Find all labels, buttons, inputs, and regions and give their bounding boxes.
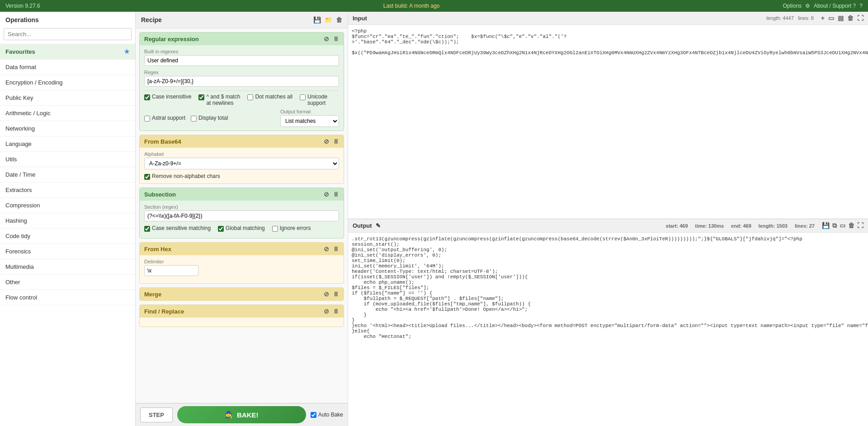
- sidebar-item-networking[interactable]: Networking: [0, 121, 135, 136]
- cb-astral[interactable]: Astral support: [144, 115, 185, 122]
- output-window-icon[interactable]: ▭: [840, 222, 845, 229]
- output-title: Output: [353, 222, 372, 229]
- regex-input[interactable]: [144, 76, 339, 87]
- auto-bake-group: Auto Bake: [311, 412, 343, 418]
- sidebar-item-flow-control[interactable]: Flow control: [0, 290, 135, 305]
- cb-display-total[interactable]: Display total: [191, 115, 228, 122]
- field-delimiter: Delimiter: [144, 259, 339, 276]
- output-edit-icon[interactable]: ✎: [376, 222, 381, 229]
- topbar: Version 9.27.6 Last build: A month ago O…: [0, 0, 868, 12]
- op-disable-subsection[interactable]: ⊘: [324, 191, 329, 198]
- folder-icon[interactable]: 📁: [325, 16, 332, 23]
- cb-unicode[interactable]: Unicodesupport: [300, 94, 327, 106]
- alphabet-select[interactable]: A-Za-z0-9+/=: [144, 158, 339, 169]
- op-title-fromhex: From Hex: [144, 246, 171, 253]
- cb-case-sensitive[interactable]: Case sensitive matching: [144, 225, 211, 232]
- auto-bake-label[interactable]: Auto Bake: [318, 412, 343, 418]
- op-disable-fromhex[interactable]: ⊘: [324, 245, 329, 253]
- op-title-findreplace: Find / Replace: [144, 308, 184, 315]
- bake-icon: 🧙: [225, 411, 233, 419]
- op-pause-merge[interactable]: ⏸: [333, 290, 339, 298]
- auto-bake-checkbox[interactable]: [311, 412, 316, 418]
- topbar-links: Options ⚙ About / Support ? ?: [783, 3, 863, 9]
- favourite-star-icon: ★: [124, 48, 130, 55]
- sidebar-item-utils[interactable]: Utils: [0, 152, 135, 167]
- cb-remove-non-alphabet[interactable]: Remove non-alphabet chars: [144, 173, 339, 180]
- delimiter-input[interactable]: [144, 265, 198, 276]
- op-body-base64: Alphabet A-Za-z0-9+/= Remove non-alphabe…: [140, 148, 344, 183]
- search-box: [0, 26, 135, 44]
- sidebar-item-favourites[interactable]: Favourites★: [0, 44, 135, 60]
- input-title: Input: [353, 15, 367, 22]
- sidebar-item-forensics[interactable]: Forensics: [0, 244, 135, 259]
- field-builtin: Built in regexes: [144, 49, 339, 66]
- op-pause-findreplace[interactable]: ⏸: [333, 308, 339, 315]
- cb-dot-matches[interactable]: Dot matches all: [247, 94, 292, 106]
- cb-global-matching[interactable]: Global matching: [218, 225, 265, 232]
- output-expand-icon[interactable]: ⛶: [857, 222, 863, 229]
- op-pause-fromhex[interactable]: ⏸: [333, 245, 339, 253]
- op-disable-icon[interactable]: ⊘: [324, 35, 329, 42]
- sidebar-title: Operations: [0, 12, 135, 26]
- output-copy-icon[interactable]: ⧉: [832, 222, 837, 229]
- op-body-fromhex: Delimiter: [140, 255, 344, 283]
- bake-button[interactable]: 🧙 BAKE!: [177, 406, 306, 423]
- op-header-fromhex: From Hex ⊘ ⏸: [140, 243, 344, 255]
- sidebar-item-data-format[interactable]: Data format: [0, 60, 135, 75]
- sidebar-item-hashing[interactable]: Hashing: [0, 213, 135, 229]
- sidebar-items: Favourites★Data formatEncryption / Encod…: [0, 44, 135, 426]
- output-clear-icon[interactable]: 🗑: [848, 222, 854, 229]
- main-layout: Operations Favourites★Data formatEncrypt…: [0, 12, 868, 426]
- input-window-icon[interactable]: ▭: [828, 14, 834, 22]
- bottom-bar: STEP 🧙 BAKE! Auto Bake: [136, 403, 348, 426]
- options-link[interactable]: Options: [783, 3, 802, 9]
- cb-caret-newlines[interactable]: ^ and $ matchat newlines: [198, 94, 240, 106]
- search-input[interactable]: [4, 28, 132, 40]
- op-pause-base64[interactable]: ⏸: [333, 138, 339, 145]
- op-disable-base64[interactable]: ⊘: [324, 138, 329, 145]
- input-clear-icon[interactable]: 🗑: [847, 14, 854, 22]
- input-section: Input length: 4447 lines: 8 + ▭ ▤ 🗑 ⛶: [348, 12, 868, 219]
- sidebar-item-extractors[interactable]: Extractors: [0, 183, 135, 198]
- input-add-icon[interactable]: +: [821, 14, 825, 22]
- section-input[interactable]: [144, 211, 339, 221]
- input-length: 4447: [783, 15, 793, 21]
- recipe-panel: Recipe 💾 📁 🗑 Regular expression ⊘ ⏸: [136, 12, 348, 426]
- sidebar-item-multimedia[interactable]: Multimedia: [0, 259, 135, 275]
- sidebar-item-code-tidy[interactable]: Code tidy: [0, 229, 135, 244]
- step-button[interactable]: STEP: [140, 407, 173, 422]
- op-pause-icon[interactable]: ⏸: [333, 35, 339, 42]
- output-header: Output ✎ start: 469 time: 130ms end: 469…: [348, 219, 868, 233]
- output-length: 1503: [776, 223, 787, 229]
- sidebar-item-other[interactable]: Other: [0, 275, 135, 290]
- cb-ignore-errors[interactable]: Ignore errors: [272, 225, 311, 232]
- output-end: 469: [743, 223, 751, 229]
- op-disable-findreplace[interactable]: ⊘: [324, 308, 329, 315]
- sidebar-item-compression[interactable]: Compression: [0, 198, 135, 213]
- input-lines: 8: [811, 15, 814, 21]
- sidebar-item-encryption-encoding[interactable]: Encryption / Encoding: [0, 75, 135, 90]
- op-block-base64: From Base64 ⊘ ⏸ Alphabet A-Za-z0-9+/=: [139, 135, 344, 184]
- sidebar-item-public-key[interactable]: Public Key: [0, 90, 135, 106]
- op-block-findreplace: Find / Replace ⊘ ⏸: [139, 304, 344, 327]
- cb-case-insensitive[interactable]: Case insensitive: [144, 94, 191, 106]
- output-save-icon[interactable]: 💾: [822, 222, 830, 229]
- sidebar-item-language[interactable]: Language: [0, 136, 135, 152]
- save-icon[interactable]: 💾: [313, 16, 321, 23]
- output-meta: start: 469 time: 130ms end: 469 length: …: [666, 223, 815, 229]
- subsection-checkboxes: Case sensitive matching Global matching …: [144, 225, 339, 232]
- trash-icon[interactable]: 🗑: [336, 16, 342, 23]
- output-format-select[interactable]: List matches Highlight matches Capture g…: [280, 115, 339, 127]
- builtin-input[interactable]: [144, 55, 339, 66]
- sidebar-item-date-time[interactable]: Date / Time: [0, 167, 135, 183]
- input-textarea[interactable]: <?php $func="cr"."ea"."te_"."fun"."ction…: [348, 25, 868, 219]
- regex-checkboxes: Case insensitive ^ and $ matchat newline…: [144, 94, 339, 106]
- op-block-merge: Merge ⊘ ⏸: [139, 287, 344, 301]
- op-disable-merge[interactable]: ⊘: [324, 290, 329, 298]
- input-split-icon[interactable]: ▤: [838, 14, 844, 22]
- input-expand-icon[interactable]: ⛶: [857, 14, 863, 22]
- op-pause-subsection[interactable]: ⏸: [333, 191, 339, 198]
- regex-footer: Astral support Display total Output form…: [144, 109, 339, 127]
- about-link[interactable]: About / Support ?: [814, 3, 856, 9]
- sidebar-item-arithmetic-logic[interactable]: Arithmetic / Logic: [0, 106, 135, 121]
